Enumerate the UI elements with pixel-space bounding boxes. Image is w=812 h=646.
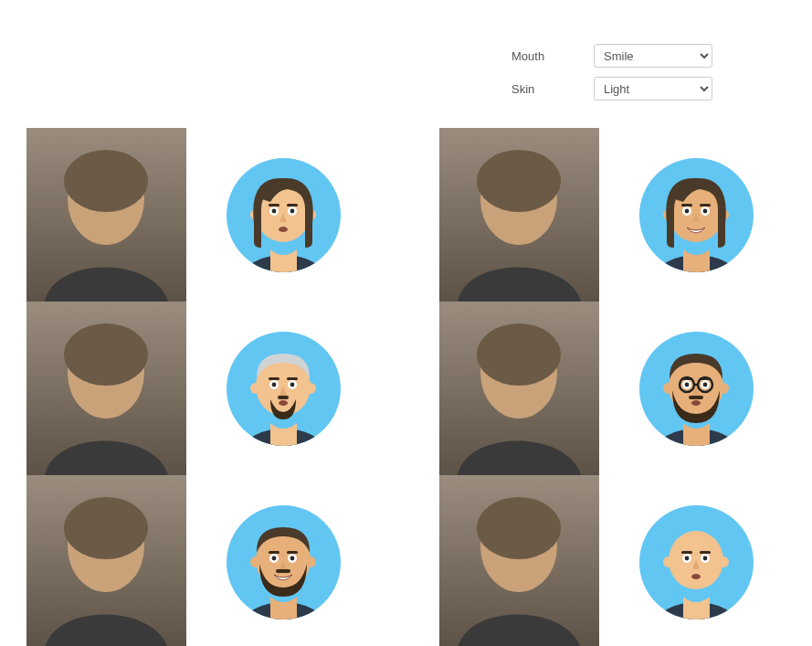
svg-rect-67 [269, 551, 279, 554]
svg-rect-8 [287, 204, 298, 207]
svg-point-77 [477, 497, 561, 559]
svg-point-11 [271, 208, 276, 213]
photo-placeholder-icon [26, 302, 186, 475]
svg-point-13 [279, 227, 288, 232]
svg-point-12 [290, 208, 294, 213]
svg-point-53 [685, 382, 690, 387]
source-photo [439, 128, 599, 302]
svg-point-39 [290, 382, 294, 387]
svg-point-87 [691, 574, 701, 579]
svg-point-79 [663, 556, 674, 567]
svg-point-40 [279, 400, 288, 406]
source-photo [439, 475, 599, 646]
svg-point-54 [703, 382, 708, 387]
avatar-options-panel: Mouth Smile Skin Light [511, 44, 712, 110]
svg-point-3 [64, 150, 148, 212]
svg-rect-41 [278, 396, 289, 399]
column-gap [376, 128, 436, 302]
generated-avatar [639, 505, 754, 620]
svg-rect-73 [276, 569, 290, 573]
svg-point-86 [703, 556, 708, 560]
avatar-cell [604, 475, 789, 646]
svg-point-58 [691, 400, 701, 406]
avatar-cell [604, 128, 789, 302]
svg-point-33 [305, 383, 316, 394]
photo-cell [435, 302, 604, 475]
mouth-select[interactable]: Smile [594, 44, 712, 68]
svg-point-72 [290, 556, 294, 560]
examples-grid [22, 128, 789, 646]
grid-row [22, 302, 789, 475]
svg-rect-68 [287, 551, 298, 554]
column-gap [376, 475, 436, 646]
generated-avatar [227, 505, 341, 620]
svg-point-45 [477, 323, 561, 386]
avatar-cell [604, 302, 789, 475]
photo-cell [22, 128, 191, 302]
svg-rect-82 [700, 551, 711, 554]
photo-placeholder-icon [439, 475, 599, 646]
svg-point-32 [250, 383, 261, 394]
svg-rect-81 [681, 551, 692, 554]
skin-select[interactable]: Light [594, 77, 712, 101]
svg-point-26 [703, 208, 708, 213]
option-label-mouth: Mouth [511, 49, 594, 63]
option-label-skin: Skin [511, 82, 594, 96]
photo-placeholder-icon [439, 302, 599, 475]
avatar-cell [191, 475, 376, 646]
svg-point-85 [685, 556, 690, 560]
generated-avatar [639, 332, 754, 446]
svg-rect-22 [700, 204, 711, 207]
svg-point-30 [64, 323, 148, 386]
grid-row [22, 475, 789, 646]
photo-cell [22, 302, 191, 475]
column-gap [376, 302, 436, 475]
avatar-cell [191, 128, 376, 302]
svg-rect-59 [689, 396, 703, 399]
source-photo [26, 302, 186, 475]
avatar-cell [191, 302, 376, 475]
generated-avatar [227, 158, 341, 272]
generated-avatar [639, 158, 754, 272]
option-row-mouth: Mouth Smile [511, 44, 712, 68]
svg-point-25 [685, 208, 690, 213]
photo-cell [435, 475, 604, 646]
option-row-skin: Skin Light [511, 77, 712, 101]
svg-rect-21 [681, 204, 692, 207]
photo-placeholder-icon [26, 128, 186, 302]
svg-point-80 [718, 556, 729, 567]
svg-point-71 [271, 556, 276, 560]
svg-point-17 [477, 150, 561, 212]
photo-placeholder-icon [26, 475, 186, 646]
svg-rect-7 [269, 204, 279, 207]
svg-point-38 [271, 382, 276, 387]
source-photo [26, 475, 186, 646]
svg-rect-35 [287, 377, 298, 380]
photo-placeholder-icon [439, 128, 599, 302]
svg-point-63 [64, 497, 148, 559]
source-photo [439, 302, 599, 475]
source-photo [26, 128, 186, 302]
grid-row [22, 128, 789, 302]
svg-rect-34 [269, 377, 279, 380]
generated-avatar [227, 332, 341, 446]
photo-cell [22, 475, 191, 646]
photo-cell [435, 128, 604, 302]
